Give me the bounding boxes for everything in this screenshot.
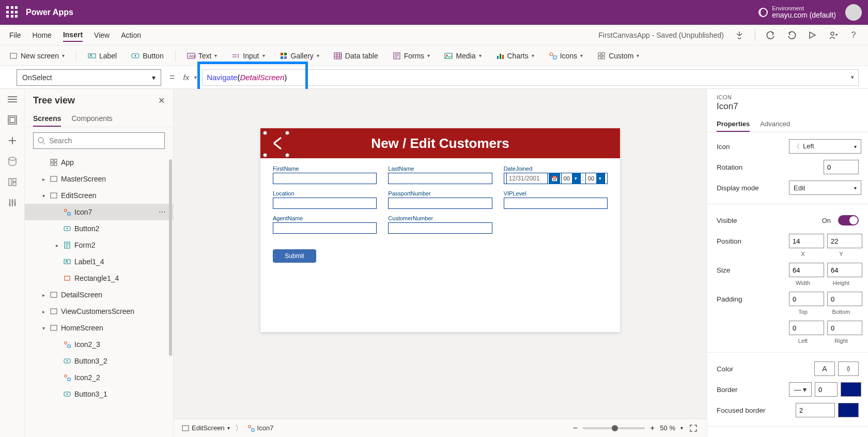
- custom-menu[interactable]: Custom▾: [597, 52, 639, 60]
- menu-action[interactable]: Action: [121, 29, 141, 41]
- tree-search-input[interactable]: [33, 132, 165, 149]
- padding-left-input[interactable]: [789, 321, 824, 335]
- calendar-icon[interactable]: 📅: [549, 173, 560, 184]
- formula-expand-icon[interactable]: ▾: [851, 74, 854, 81]
- media-panel-icon[interactable]: [7, 177, 18, 187]
- icons-menu[interactable]: Icons▾: [549, 52, 583, 60]
- selection-handle[interactable]: [285, 131, 289, 135]
- selection-handle[interactable]: [285, 153, 289, 157]
- minute-select[interactable]: 00▾: [585, 173, 605, 184]
- data-table-button[interactable]: Data table: [334, 52, 378, 60]
- app-launcher-icon[interactable]: [6, 6, 19, 19]
- icon-select[interactable]: 〈Left▾: [789, 139, 861, 154]
- padding-right-input[interactable]: [827, 321, 862, 335]
- share-icon[interactable]: [828, 30, 838, 40]
- border-color-swatch[interactable]: [841, 382, 861, 397]
- label-button[interactable]: Label: [88, 52, 117, 60]
- formula-input[interactable]: Navigate(DetailScreen) ▾: [202, 69, 859, 86]
- forms-menu[interactable]: Forms▾: [393, 52, 430, 60]
- height-input[interactable]: [827, 263, 862, 277]
- more-icon[interactable]: ⋯: [159, 208, 167, 216]
- tree-view-icon[interactable]: [7, 115, 18, 125]
- menu-view[interactable]: View: [94, 29, 110, 41]
- hamburger-icon[interactable]: [7, 94, 18, 104]
- fill-color-button[interactable]: [838, 361, 859, 376]
- fborder-width-input[interactable]: [796, 403, 835, 417]
- tree-item[interactable]: Icon7⋯: [25, 204, 173, 220]
- tree-item[interactable]: ▾HomeScreen: [25, 320, 173, 336]
- tree-item[interactable]: ▾EditScreen: [25, 187, 173, 204]
- submit-button[interactable]: Submit: [273, 249, 316, 263]
- displaymode-select[interactable]: Edit▾: [789, 180, 861, 195]
- text-menu[interactable]: Abc Text▾: [187, 52, 218, 60]
- search-field[interactable]: [49, 137, 160, 145]
- customernumber-input[interactable]: [388, 222, 492, 234]
- menu-home[interactable]: Home: [33, 29, 52, 41]
- border-width-input[interactable]: [815, 382, 838, 397]
- tree-item[interactable]: Icon2_3: [25, 336, 173, 353]
- add-icon[interactable]: [7, 135, 18, 146]
- border-style-select[interactable]: — ▾: [789, 382, 812, 397]
- tree-item[interactable]: Rectangle1_4: [25, 270, 173, 287]
- rotation-input[interactable]: [824, 160, 859, 174]
- back-icon-selected[interactable]: [266, 131, 289, 155]
- canvas-screen[interactable]: New / Edit Customers FirstName LastName …: [260, 128, 620, 332]
- lastname-input[interactable]: [388, 173, 492, 184]
- environment-picker[interactable]: Environment enayu.com (default): [758, 5, 836, 19]
- tab-screens[interactable]: Screens: [33, 111, 61, 127]
- zoom-in-button[interactable]: +: [650, 424, 655, 433]
- tree-item[interactable]: ▸DetailScreen: [25, 287, 173, 303]
- tree-item[interactable]: ▸MasterScreen: [25, 171, 173, 187]
- tree-item[interactable]: Label1_4: [25, 253, 173, 270]
- pos-y-input[interactable]: [827, 234, 862, 248]
- media-menu[interactable]: Media▾: [444, 52, 481, 60]
- date-input[interactable]: [506, 173, 548, 184]
- redo-icon[interactable]: [786, 30, 797, 40]
- tab-properties[interactable]: Properties: [717, 117, 750, 132]
- hour-select[interactable]: 00▾: [561, 173, 581, 184]
- charts-menu[interactable]: Charts▾: [496, 52, 534, 60]
- tree-item-app[interactable]: App: [25, 154, 173, 171]
- play-icon[interactable]: [807, 30, 817, 40]
- padding-top-input[interactable]: [789, 292, 824, 306]
- padding-bottom-input[interactable]: [827, 292, 862, 306]
- menu-file[interactable]: File: [9, 29, 21, 41]
- viplevel-input[interactable]: [504, 198, 608, 209]
- font-color-button[interactable]: A: [814, 361, 835, 376]
- tree-item[interactable]: Button3_2: [25, 353, 173, 369]
- tree-item[interactable]: Icon2_2: [25, 369, 173, 386]
- tab-components[interactable]: Components: [71, 111, 112, 127]
- fit-icon[interactable]: [688, 423, 699, 433]
- breadcrumb-screen[interactable]: EditScreen ▾: [182, 424, 230, 432]
- fborder-color-swatch[interactable]: [838, 403, 859, 417]
- tree-item[interactable]: ▸Form2: [25, 237, 173, 253]
- new-screen-button[interactable]: New screen▾: [9, 52, 65, 60]
- pos-x-input[interactable]: [789, 234, 824, 248]
- zoom-slider[interactable]: [583, 427, 645, 429]
- location-input[interactable]: [273, 198, 377, 209]
- breadcrumb-control[interactable]: Icon7: [247, 424, 274, 432]
- button-button[interactable]: Button: [131, 52, 163, 60]
- database-icon[interactable]: [7, 156, 18, 167]
- tree-item[interactable]: Button3_1: [25, 386, 173, 402]
- selection-handle[interactable]: [263, 131, 267, 135]
- width-input[interactable]: [789, 263, 824, 277]
- firstname-input[interactable]: [273, 173, 377, 184]
- visible-toggle[interactable]: [838, 215, 859, 225]
- close-icon[interactable]: ✕: [158, 96, 165, 106]
- agentname-input[interactable]: [273, 222, 377, 234]
- undo-icon[interactable]: [766, 30, 776, 40]
- property-selector[interactable]: OnSelect ▾: [17, 69, 161, 86]
- gallery-menu[interactable]: Gallery▾: [280, 52, 319, 60]
- help-icon[interactable]: ?: [848, 30, 859, 40]
- tab-advanced[interactable]: Advanced: [760, 117, 790, 132]
- zoom-out-button[interactable]: −: [573, 424, 578, 433]
- user-avatar[interactable]: [845, 4, 862, 21]
- passport-input[interactable]: [388, 198, 492, 209]
- menu-insert[interactable]: Insert: [63, 28, 83, 42]
- input-menu[interactable]: Input▾: [231, 52, 265, 60]
- scrollbar-thumb[interactable]: [169, 159, 172, 356]
- tree-item[interactable]: Button2: [25, 220, 173, 237]
- app-checker-icon[interactable]: [734, 30, 745, 40]
- selection-handle[interactable]: [263, 153, 267, 157]
